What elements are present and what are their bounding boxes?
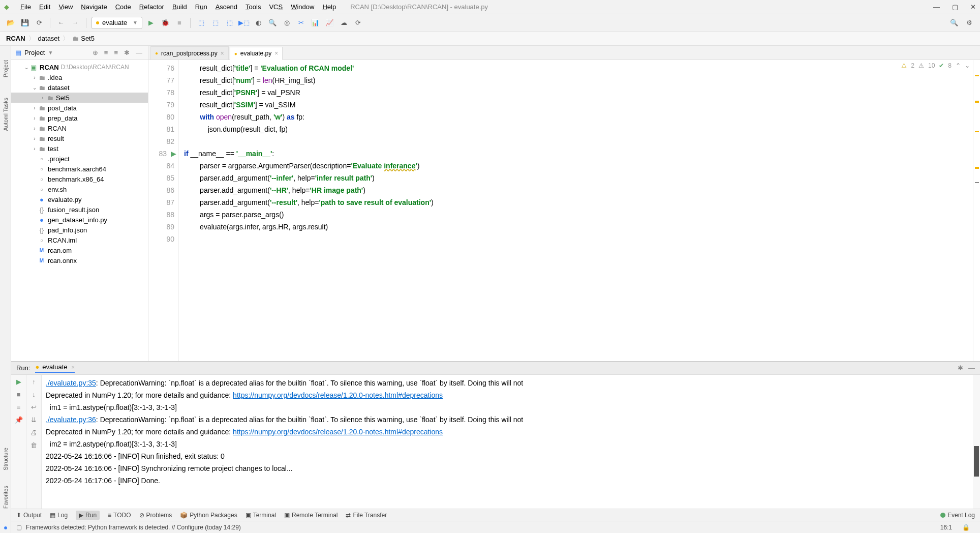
- run-button[interactable]: ▶: [145, 17, 157, 28]
- editor-scrollbar[interactable]: [973, 60, 980, 361]
- tool-log[interactable]: ▦ Log: [50, 512, 68, 519]
- status-tool-icon[interactable]: ▢: [16, 524, 22, 531]
- tab-rcan_postprocess.py[interactable]: ●rcan_postprocess.py×: [150, 46, 229, 60]
- tab-evaluate.py[interactable]: ●evaluate.py×: [230, 47, 283, 60]
- rerun-icon[interactable]: ▶: [16, 378, 21, 386]
- tree-node-.idea[interactable]: ›🖿.idea: [11, 72, 148, 82]
- tree-node-post_data[interactable]: ›🖿post_data: [11, 103, 148, 113]
- tool-file-transfer[interactable]: ⇄ File Transfer: [346, 512, 387, 519]
- tree-node-benchmark.x86_64[interactable]: ▫benchmark.x86_64: [11, 174, 148, 184]
- tool-output[interactable]: ⬆ Output: [16, 512, 42, 519]
- print-icon[interactable]: 🖨: [30, 429, 37, 436]
- editor-gutter[interactable]: 7677787980818283 ▶84858687888990: [148, 60, 179, 361]
- tree-node-rcan.onnx[interactable]: Mrcan.onnx: [11, 255, 148, 265]
- stop-button[interactable]: ■: [174, 17, 185, 28]
- tb-icon-5[interactable]: ◐: [253, 17, 264, 28]
- collapse-icon[interactable]: ≡: [112, 49, 119, 56]
- rail-favorites[interactable]: Favorites: [3, 486, 9, 509]
- tb-icon-9[interactable]: 📊: [310, 17, 321, 28]
- sync-icon[interactable]: ⟳: [34, 17, 45, 28]
- run-hide-icon[interactable]: —: [968, 364, 975, 372]
- crumb-root[interactable]: RCAN: [6, 35, 25, 42]
- menu-code[interactable]: Code: [111, 3, 135, 11]
- chevron-up-icon[interactable]: ⌃: [956, 62, 961, 69]
- window-maximize-icon[interactable]: ▢: [952, 3, 958, 11]
- panel-hide-icon[interactable]: —: [134, 49, 144, 56]
- rail-project[interactable]: Project: [3, 60, 9, 77]
- menu-view[interactable]: View: [54, 3, 77, 11]
- close-icon[interactable]: ×: [274, 50, 278, 57]
- open-icon[interactable]: 📂: [5, 17, 16, 28]
- tb-icon-2[interactable]: ⬚: [210, 17, 221, 28]
- tree-node-pad_info.json[interactable]: {}pad_info.json: [11, 225, 148, 235]
- forward-icon[interactable]: →: [70, 17, 81, 28]
- tree-node-dataset[interactable]: ⌄🖿dataset: [11, 82, 148, 93]
- tb-icon-3[interactable]: ⬚: [224, 17, 235, 28]
- expand-icon[interactable]: ≡: [103, 49, 110, 56]
- tb-icon-7[interactable]: ◎: [281, 17, 292, 28]
- tb-icon-4[interactable]: ▶⬚: [238, 17, 250, 28]
- tb-icon-11[interactable]: ☁: [338, 17, 349, 28]
- rail-automl[interactable]: Automl Tasks: [3, 98, 9, 131]
- tree-node-evaluate.py[interactable]: ●evaluate.py: [11, 194, 148, 204]
- project-tree[interactable]: ⌄▣RCAND:\Desktop\RCAN\RCAN›🖿.idea⌄🖿datas…: [11, 60, 148, 361]
- tb-icon-12[interactable]: ⟳: [352, 17, 363, 28]
- window-minimize-icon[interactable]: —: [933, 3, 940, 11]
- menu-vcs[interactable]: VCS: [265, 3, 287, 11]
- menu-refactor[interactable]: Refactor: [135, 3, 168, 11]
- editor-code[interactable]: result_dict['title'] = 'Evaluation of RC…: [179, 60, 973, 361]
- tool-todo[interactable]: ≡ TODO: [108, 512, 131, 519]
- crumb-1[interactable]: dataset: [38, 35, 60, 42]
- menu-file[interactable]: File: [16, 3, 35, 11]
- close-icon[interactable]: ×: [221, 50, 224, 57]
- window-close-icon[interactable]: ✕: [970, 3, 976, 11]
- tool-python-packages[interactable]: 📦 Python Packages: [180, 512, 237, 519]
- settings-icon[interactable]: ⚙: [964, 17, 975, 28]
- tool-terminal[interactable]: ▣ Terminal: [246, 512, 276, 519]
- pin-icon[interactable]: 📌: [15, 416, 23, 424]
- inspections-widget[interactable]: ⚠2 ⚠10 ✔8 ⌃ ⌄: [901, 62, 970, 69]
- menu-help[interactable]: Help: [318, 3, 340, 11]
- down-icon[interactable]: ↓: [32, 391, 36, 398]
- tree-node-RCAN[interactable]: ⌄▣RCAND:\Desktop\RCAN\RCAN: [11, 62, 148, 72]
- code-editor[interactable]: 7677787980818283 ▶84858687888990 result_…: [148, 60, 980, 361]
- up-icon[interactable]: ↑: [32, 378, 36, 386]
- tree-node-Set5[interactable]: ›🖿Set5: [11, 93, 148, 103]
- tool-remote-terminal[interactable]: ▣ Remote Terminal: [284, 512, 338, 519]
- menu-window[interactable]: Window: [287, 3, 318, 11]
- tree-node-.project[interactable]: ▫.project: [11, 154, 148, 164]
- status-position[interactable]: 16:1: [935, 524, 957, 531]
- clear-icon[interactable]: 🗑: [30, 441, 37, 449]
- status-lock-icon[interactable]: 🔒: [957, 524, 975, 531]
- tree-node-prep_data[interactable]: ›🖿prep_data: [11, 113, 148, 123]
- menu-build[interactable]: Build: [168, 3, 191, 11]
- menu-edit[interactable]: Edit: [35, 3, 54, 11]
- tree-node-test[interactable]: ›🖿test: [11, 143, 148, 154]
- panel-settings-icon[interactable]: ✱: [122, 49, 131, 56]
- wrap-icon[interactable]: ↩: [31, 403, 37, 411]
- back-icon[interactable]: ←: [55, 17, 67, 28]
- stop-icon[interactable]: ■: [17, 391, 21, 398]
- tb-icon-1[interactable]: ⬚: [196, 17, 207, 28]
- tree-node-RCAN.iml[interactable]: ▫RCAN.iml: [11, 235, 148, 245]
- tree-node-benchmark.aarch64[interactable]: ▫benchmark.aarch64: [11, 164, 148, 174]
- layout-icon[interactable]: ≡: [17, 403, 21, 411]
- chevron-down-icon[interactable]: ⌄: [965, 62, 970, 69]
- locate-icon[interactable]: ⊕: [91, 49, 100, 56]
- status-message[interactable]: Frameworks detected: Python framework is…: [26, 524, 241, 531]
- menu-ascend[interactable]: Ascend: [211, 3, 241, 11]
- save-icon[interactable]: 💾: [19, 17, 30, 28]
- rail-structure[interactable]: Structure: [3, 448, 9, 470]
- tree-node-RCAN[interactable]: ›🖿RCAN: [11, 123, 148, 133]
- tb-icon-6[interactable]: 🔍: [267, 17, 278, 28]
- tree-node-rcan.om[interactable]: Mrcan.om: [11, 245, 148, 255]
- tree-node-gen_dataset_info.py[interactable]: ●gen_dataset_info.py: [11, 215, 148, 225]
- run-tab[interactable]: ● evaluate ×: [35, 363, 74, 373]
- tb-icon-10[interactable]: 📈: [324, 17, 335, 28]
- run-settings-icon[interactable]: ✱: [958, 364, 963, 372]
- search-everywhere-icon[interactable]: 🔍: [948, 17, 960, 28]
- tool-run[interactable]: ▶ Run: [76, 511, 100, 520]
- run-console[interactable]: ./evaluate.py:35: DeprecationWarning: `n…: [42, 375, 973, 509]
- tree-node-result[interactable]: ›🖿result: [11, 133, 148, 143]
- menu-navigate[interactable]: Navigate: [77, 3, 111, 11]
